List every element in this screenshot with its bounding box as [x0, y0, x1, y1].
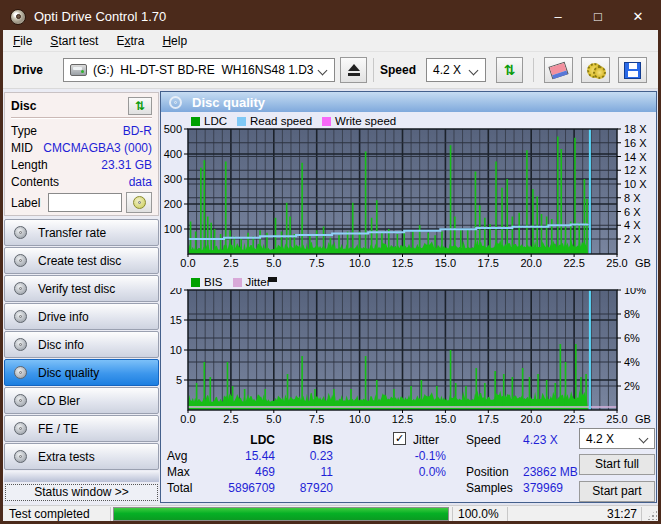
write-label-button[interactable]: [126, 192, 152, 213]
sidebar-item-verify-test-disc[interactable]: Verify test disc: [4, 275, 159, 302]
sidebar-item-label: CD Bler: [38, 394, 80, 408]
progress-fill: [114, 508, 448, 520]
erase-disc-button[interactable]: [544, 57, 573, 83]
menu-item-help[interactable]: Help: [154, 32, 195, 50]
disc-info-row-contents: Contentsdata: [11, 173, 152, 190]
drive-label: Drive: [13, 63, 55, 77]
svg-text:4%: 4%: [624, 356, 640, 368]
svg-text:15: 15: [170, 314, 182, 326]
menu-item-file[interactable]: File: [5, 32, 40, 50]
sidebar-item-label: Disc quality: [38, 366, 99, 380]
svg-text:0.0: 0.0: [180, 257, 195, 269]
legend-label: BIS: [204, 276, 223, 288]
svg-text:25.0: 25.0: [606, 257, 627, 269]
disc-icon: [14, 450, 27, 463]
sidebar-item-transfer-rate[interactable]: Transfer rate: [4, 219, 159, 246]
settings-button[interactable]: [581, 57, 610, 83]
svg-text:15.0: 15.0: [435, 413, 456, 425]
svg-text:7.5: 7.5: [309, 257, 324, 269]
max-bis-value: 11: [285, 465, 333, 479]
svg-text:20: 20: [170, 288, 182, 296]
gears-icon: [586, 61, 606, 79]
sidebar-item-extra-tests[interactable]: Extra tests: [4, 443, 159, 470]
sidebar-item-disc-info[interactable]: Disc info: [4, 331, 159, 358]
start-part-button[interactable]: Start part: [579, 481, 655, 502]
disc-panel-title: Disc: [11, 99, 36, 113]
svg-text:200: 200: [164, 198, 182, 210]
disc-icon: [14, 366, 27, 379]
jitter-checkbox[interactable]: ✓: [393, 432, 406, 445]
resize-grip[interactable]: [646, 509, 657, 520]
refresh-drives-button[interactable]: ⇅: [496, 57, 523, 83]
max-ldc-value: 469: [201, 465, 275, 479]
sidebar-item-label: Verify test disc: [38, 282, 115, 296]
status-bar: Test completed 100.0% 31:27: [3, 505, 658, 521]
menu-item-start-test[interactable]: Start test: [42, 32, 106, 50]
check-icon: ✓: [395, 432, 404, 444]
svg-text:10: 10: [170, 344, 182, 356]
drive-icon: [70, 64, 87, 76]
disc-icon: [14, 282, 27, 295]
disc-icon: [14, 254, 27, 267]
sidebar-item-disc-quality[interactable]: Disc quality: [4, 359, 159, 386]
label-input[interactable]: [48, 193, 122, 212]
sidebar-gradient: [4, 471, 159, 482]
svg-text:8%: 8%: [624, 308, 640, 320]
sidebar-item-drive-info[interactable]: Drive info: [4, 303, 159, 330]
position-stat-label: Position: [466, 465, 509, 479]
disc-info-value: CMCMAGBA3 (000): [43, 141, 152, 155]
svg-text:7.5: 7.5: [309, 413, 324, 425]
svg-text:12.5: 12.5: [392, 257, 413, 269]
menu-item-extra[interactable]: Extra: [108, 32, 152, 50]
refresh-icon: ⇅: [504, 63, 516, 77]
sidebar-item-create-test-disc[interactable]: Create test disc: [4, 247, 159, 274]
sidebar-item-label: Disc info: [38, 338, 84, 352]
disc-icon: [14, 338, 27, 351]
samples-stat-label: Samples: [466, 481, 513, 495]
start-full-button[interactable]: Start full: [579, 454, 655, 475]
chevron-down-icon: [469, 66, 479, 76]
disc-info-value: data: [129, 175, 152, 189]
title-bar[interactable]: Opti Drive Control 1.70 –□✕: [3, 3, 658, 30]
label-field-caption: Label: [11, 196, 40, 210]
sidebar-item-fe-te[interactable]: FE / TE: [4, 415, 159, 442]
disc-info-label: Length: [11, 158, 48, 172]
sidebar-item-label: Create test disc: [38, 254, 121, 268]
refresh-disc-button[interactable]: ⇅: [128, 97, 152, 115]
disc-info-value: 23.31 GB: [101, 158, 152, 172]
minimize-button[interactable]: –: [538, 3, 578, 30]
close-button[interactable]: ✕: [618, 3, 658, 30]
speed-select[interactable]: 4.2 X: [426, 58, 486, 82]
test-speed-value: 4.2 X: [586, 432, 614, 446]
svg-text:8 X: 8 X: [624, 192, 641, 204]
svg-text:5.0: 5.0: [266, 413, 281, 425]
avg-bis-value: 0.23: [285, 449, 333, 463]
svg-text:10%: 10%: [624, 288, 646, 296]
svg-text:2%: 2%: [624, 380, 640, 392]
eject-button[interactable]: [340, 57, 367, 83]
disc-quality-panel: Disc quality LDCRead speedWrite speed 10…: [160, 91, 657, 503]
ldc-speed-chart: 1002003004005002 X4 X6 X8 X10 X12 X14 X1…: [161, 118, 656, 274]
avg-ldc-value: 15.44: [201, 449, 275, 463]
max-row-label: Max: [167, 465, 190, 479]
svg-text:16 X: 16 X: [624, 137, 647, 149]
disc-info-row-length: Length23.31 GB: [11, 156, 152, 173]
svg-text:22.5: 22.5: [563, 257, 584, 269]
toolbar: Drive (G:) HL-DT-ST BD-RE WH16NS48 1.D3 …: [3, 52, 658, 89]
maximize-button[interactable]: □: [578, 3, 618, 30]
svg-text:2 X: 2 X: [624, 233, 641, 245]
svg-text:2.5: 2.5: [223, 413, 238, 425]
sidebar-item-label: Extra tests: [38, 450, 95, 464]
divider: [11, 117, 152, 119]
svg-text:20.0: 20.0: [520, 413, 541, 425]
svg-text:2.5: 2.5: [223, 257, 238, 269]
save-button[interactable]: [618, 57, 647, 83]
sidebar-item-label: Drive info: [38, 310, 89, 324]
test-speed-select[interactable]: 4.2 X: [579, 428, 655, 449]
drive-select[interactable]: (G:) HL-DT-ST BD-RE WH16NS48 1.D3: [63, 58, 335, 82]
sidebar-item-cd-bler[interactable]: CD Bler: [4, 387, 159, 414]
menu-bar: FileStart testExtraHelp: [3, 30, 658, 52]
speed-stat-value: 4.23 X: [523, 433, 558, 447]
svg-text:12.5: 12.5: [392, 413, 413, 425]
status-window-button[interactable]: Status window >>: [5, 484, 158, 501]
